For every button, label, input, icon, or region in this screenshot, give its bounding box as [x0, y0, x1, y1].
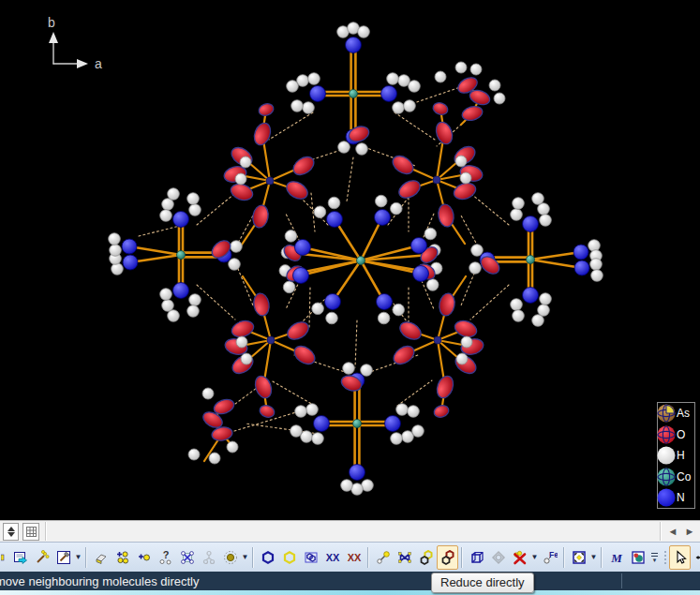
cobalt-ammine-complex	[290, 363, 424, 496]
strip-separator	[660, 522, 662, 541]
molecule-scene: ba	[0, 0, 700, 520]
apply-form-button[interactable]	[9, 545, 31, 570]
ring-yellow-button-icon	[282, 550, 297, 565]
pan-button-icon	[694, 550, 700, 565]
strip-separator	[45, 522, 47, 541]
element-symbol-button[interactable]: Fe	[539, 545, 560, 570]
magic-wand-button[interactable]	[31, 545, 52, 570]
molecule-m-button[interactable]: M	[605, 545, 627, 570]
clipped-left-button[interactable]	[0, 545, 9, 570]
nav-forward-button[interactable]: ►	[683, 524, 696, 539]
xx-red-button[interactable]: XX	[343, 545, 365, 570]
legend-sphere-Co	[656, 467, 677, 487]
spinner-down-icon[interactable]	[7, 532, 15, 537]
xx-blue-button[interactable]: XX	[321, 545, 343, 570]
polyhedron-button[interactable]	[176, 545, 198, 570]
arsenate-cluster	[222, 102, 317, 245]
cobalt-ammine-complex	[287, 22, 421, 156]
build-tool-button[interactable]	[52, 545, 74, 570]
tooltip: Reduce directly	[431, 573, 534, 593]
connectivity-tree-button-icon	[201, 550, 216, 565]
bond-atom-button[interactable]	[372, 545, 394, 570]
eraser-button[interactable]	[90, 545, 112, 570]
clipped-left-button-icon	[1, 550, 8, 565]
toolbar-overflow[interactable]: ▾	[648, 546, 661, 569]
svg-text:?: ?	[162, 550, 169, 560]
svg-text:XX: XX	[347, 552, 361, 563]
pack-rings-button[interactable]	[300, 545, 321, 570]
element-legend: As O H Co N	[657, 402, 695, 509]
unit-cell-box-button[interactable]	[466, 545, 487, 570]
axis-indicator: ba	[48, 15, 102, 71]
legend-label-Co: Co	[677, 470, 691, 483]
legend-item-N: N	[658, 487, 694, 509]
toolbar-grip	[661, 546, 669, 569]
xx-red-button-icon: XX	[347, 550, 362, 565]
arsenate-fragment	[188, 388, 238, 464]
diamond-crosshair-button	[487, 545, 509, 570]
delete-atoms-button-dropdown[interactable]: ▼	[530, 546, 539, 569]
arsenate-fragment	[435, 62, 505, 125]
delete-atoms-button[interactable]	[509, 545, 530, 570]
legend-label-H: H	[677, 449, 685, 462]
legend-sphere-N	[656, 487, 677, 508]
toolbar-separator	[85, 547, 87, 568]
ring-yellow-button[interactable]	[278, 545, 300, 570]
legend-item-As: As	[658, 403, 694, 424]
render-spheres-button[interactable]	[627, 545, 648, 570]
query-atom-button[interactable]: ?	[155, 545, 176, 570]
toolbar-separator	[601, 547, 603, 568]
status-message: move neighbouring molecules directly	[0, 574, 200, 588]
cobalt-ammine-complex	[109, 188, 243, 322]
eraser-button-icon	[94, 550, 109, 565]
bond-atom-button-icon	[376, 550, 391, 565]
expand-view-button[interactable]	[568, 545, 589, 570]
nav-back-button[interactable]: ◄	[666, 524, 679, 539]
structure-canvas[interactable]: ba As O H Co	[0, 0, 700, 520]
add-atom-button[interactable]	[133, 545, 155, 570]
status-bar: move neighbouring molecules directly	[0, 572, 700, 590]
grid-icon	[26, 527, 37, 537]
pan-button[interactable]	[691, 545, 700, 570]
magic-wand-button-icon	[35, 550, 50, 565]
reduce-directly-button[interactable]	[437, 545, 458, 570]
select-cursor-button[interactable]	[669, 545, 691, 570]
expand-view-button-dropdown[interactable]: ▼	[589, 546, 598, 569]
molecule-m-button-icon: M	[609, 550, 624, 565]
add-atoms-button[interactable]	[112, 545, 133, 570]
reduce-directly-button-icon	[440, 550, 455, 565]
element-symbol-button-icon: Fe	[543, 550, 558, 565]
build-tool-button-icon	[56, 550, 71, 565]
legend-label-O: O	[677, 428, 685, 441]
bowtie-button-icon	[397, 550, 412, 565]
render-spheres-button-icon	[631, 550, 646, 565]
legend-label-As: As	[677, 407, 690, 420]
axis-label-a: a	[95, 56, 102, 71]
coordination-sphere-button-icon	[223, 550, 238, 565]
legend-sphere-O	[656, 424, 677, 445]
central-star-complex	[279, 195, 442, 324]
svg-text:M: M	[610, 550, 622, 564]
add-atoms-button-icon	[115, 550, 130, 565]
bottom-accent-strip	[0, 590, 700, 595]
legend-item-Co: Co	[658, 467, 694, 488]
ring-blue-button[interactable]	[257, 545, 278, 570]
svg-text:Fe: Fe	[549, 550, 558, 559]
toolbar-separator	[563, 547, 565, 568]
add-atom-button-icon	[137, 550, 152, 565]
arsenate-cluster	[223, 276, 318, 419]
arsenate-cluster	[391, 276, 485, 419]
application-window: ba As O H Co	[0, 0, 700, 595]
bowtie-button[interactable]	[394, 545, 415, 570]
spinner-control[interactable]	[3, 523, 19, 541]
grow-hexagons-button-icon	[419, 550, 434, 565]
grid-view-button[interactable]	[22, 523, 39, 541]
select-cursor-button-icon	[673, 550, 688, 565]
grow-hexagons-button[interactable]	[415, 545, 437, 570]
build-tool-button-dropdown[interactable]: ▼	[74, 546, 82, 569]
coordination-sphere-button-dropdown[interactable]: ▼	[241, 546, 249, 569]
legend-item-H: H	[658, 445, 694, 467]
spinner-up-icon[interactable]	[7, 527, 15, 531]
coordination-sphere-button[interactable]	[219, 545, 241, 570]
legend-sphere-H	[656, 445, 677, 466]
